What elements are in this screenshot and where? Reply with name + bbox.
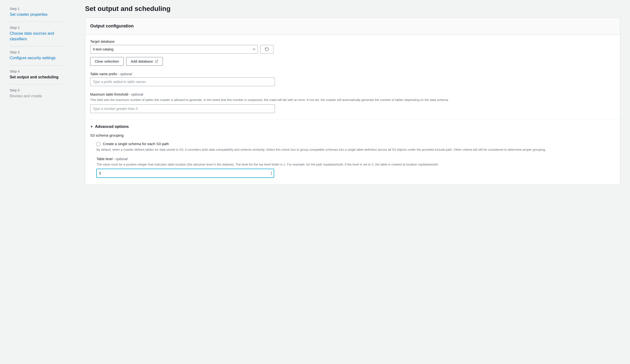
button-label: Add database [131,59,153,63]
button-label: Clear selection [95,59,119,63]
table-prefix-input[interactable] [90,77,275,86]
single-schema-help: By default, when a crawler defines table… [90,148,615,152]
step-title: Review and create [10,93,63,99]
refresh-button[interactable] [260,45,274,54]
step-5: Step 5 Review and create [10,84,63,103]
svg-line-0 [156,60,158,62]
step-title[interactable]: Choose data sources and classifiers [10,31,63,42]
step-title: Set output and scheduling [10,74,63,80]
max-threshold-label: Maximum table threshold - optional [90,92,615,96]
clear-selection-button[interactable]: Clear selection [90,57,124,66]
table-prefix-field: Table name prefix - optional [90,72,615,86]
advanced-options-label: Advanced options [95,125,129,129]
panel-header: Output configuration [85,18,620,35]
main-content: Set output and scheduling Output configu… [66,0,630,364]
single-schema-checkbox-block: Create a single schema for each S3 path [90,142,615,146]
step-number: Step 4 [10,69,63,73]
single-schema-checkbox[interactable] [96,142,100,146]
table-level-field: Table level - optional The value must be… [90,157,615,178]
wizard-sidebar: Step 1 Set crawler properties Step 2 Cho… [0,0,66,364]
external-link-icon [155,60,158,63]
page-title: Set output and scheduling [85,5,620,13]
step-2[interactable]: Step 2 Choose data sources and classifie… [10,22,63,46]
target-database-value[interactable] [90,45,258,54]
step-1[interactable]: Step 1 Set crawler properties [10,5,63,22]
divider [85,119,620,120]
add-database-button[interactable]: Add database [126,57,163,66]
step-number: Step 2 [10,26,63,30]
table-level-label: Table level - optional [96,157,615,161]
single-schema-checkbox-label: Create a single schema for each S3 path [103,142,169,146]
table-prefix-label: Table name prefix - optional [90,72,615,76]
number-spinner[interactable]: ▲ ▼ [270,171,272,175]
target-database-select[interactable] [90,45,258,54]
step-number: Step 1 [10,7,63,11]
caret-down-icon: ▼ [90,125,93,128]
max-threshold-field: Maximum table threshold - optional This … [90,92,615,113]
max-threshold-input[interactable] [90,104,275,113]
table-level-input[interactable] [96,169,274,178]
target-database-label: Target database [90,39,615,43]
step-number: Step 3 [10,50,63,54]
step-title[interactable]: Configure security settings [10,55,63,61]
step-3[interactable]: Step 3 Configure security settings [10,46,63,65]
output-config-panel: Output configuration Target database [85,17,620,185]
step-title[interactable]: Set crawler properties [10,12,63,17]
spinner-up-icon[interactable]: ▲ [270,171,272,173]
s3-grouping-heading: S3 schema grouping [90,133,615,137]
spinner-down-icon[interactable]: ▼ [270,173,272,175]
step-4: Step 4 Set output and scheduling [10,65,63,84]
refresh-icon [265,47,269,51]
max-threshold-help: This field sets the maximum number of ta… [90,98,615,102]
table-level-help: The value must be a positive integer tha… [96,162,615,167]
panel-heading: Output configuration [90,23,615,29]
target-database-field: Target database [90,39,615,66]
step-number: Step 5 [10,88,63,92]
advanced-options-toggle[interactable]: ▼ Advanced options [90,125,615,129]
